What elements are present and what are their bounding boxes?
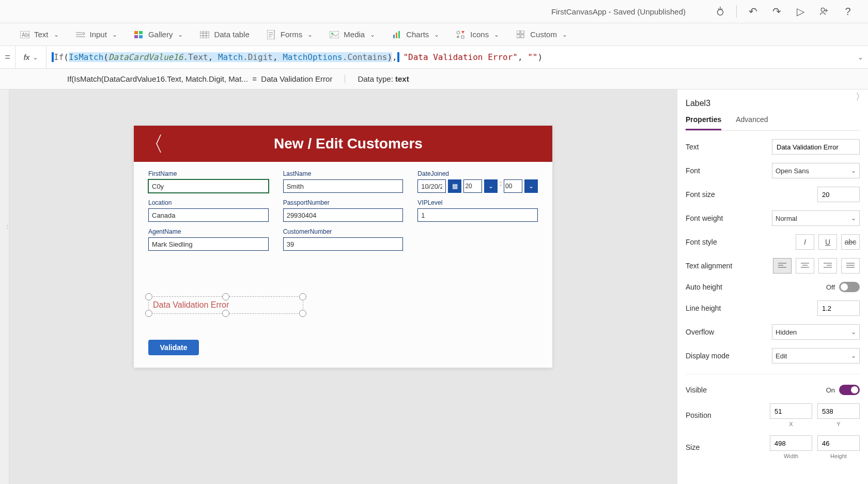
chevron-down-icon: ⌄	[851, 328, 856, 336]
help-icon[interactable]: ?	[838, 2, 858, 21]
app-title: FirstCanvasApp - Saved (Unpublished)	[551, 7, 686, 16]
validate-button[interactable]: Validate	[148, 340, 199, 355]
underline-icon[interactable]: U	[818, 234, 837, 250]
toggle-visible[interactable]	[839, 385, 860, 395]
ribbon-gallery[interactable]: Gallery⌄	[134, 29, 183, 40]
ribbon-charts[interactable]: Charts⌄	[392, 29, 439, 40]
play-icon[interactable]: ▷	[791, 2, 810, 21]
prop-select-overflow[interactable]: Hidden⌄	[772, 324, 860, 340]
align-left-icon[interactable]	[773, 258, 792, 274]
input-passport-number[interactable]	[283, 208, 404, 222]
ribbon-text[interactable]: AbcText⌄	[20, 29, 59, 40]
chevron-down-icon: ⌄	[33, 54, 38, 61]
chevron-down-icon: ⌄	[494, 31, 499, 38]
resize-handle[interactable]	[299, 293, 306, 300]
formula-fx-button[interactable]: fx⌄	[16, 46, 47, 68]
formula-data-type: text	[395, 74, 409, 83]
input-last-name[interactable]	[283, 179, 404, 193]
prop-select-display-mode[interactable]: Edit⌄	[772, 348, 860, 364]
formula-input[interactable]: If(IsMatch(DataCardValue16.Text, Match.D…	[47, 52, 853, 62]
field-last-name: LastName	[283, 170, 404, 193]
label-first-name: FirstName	[148, 170, 269, 177]
resize-handle[interactable]	[145, 293, 152, 300]
prop-input-font-size[interactable]	[817, 187, 860, 202]
prop-label-font-style: Font style	[686, 238, 717, 246]
svg-text:+: +	[457, 35, 459, 39]
resize-handle[interactable]	[145, 310, 152, 317]
icons-icon: +	[456, 29, 466, 40]
prop-select-font-weight[interactable]: Normal⌄	[772, 210, 860, 226]
label-agent-name: AgentName	[148, 228, 269, 235]
input-agent-name[interactable]	[148, 237, 269, 251]
strikethrough-icon[interactable]: abc	[841, 234, 860, 250]
input-date-joined[interactable]	[417, 179, 446, 193]
align-right-icon[interactable]	[818, 258, 837, 274]
app-checker-icon[interactable]	[710, 2, 730, 21]
svg-rect-32	[521, 35, 524, 38]
input-customer-number[interactable]	[283, 237, 404, 251]
resize-handle[interactable]	[299, 310, 306, 317]
svg-rect-9	[139, 31, 143, 34]
title-bar: FirstCanvasApp - Saved (Unpublished) ↶ ↷…	[0, 0, 868, 23]
prop-input-x[interactable]	[770, 403, 812, 419]
ribbon-forms[interactable]: Forms⌄	[266, 29, 313, 40]
toggle-auto-height[interactable]	[839, 282, 860, 292]
resize-handle[interactable]	[222, 293, 229, 300]
selected-label-control[interactable]: Data Validation Error	[148, 296, 303, 314]
formula-expand-icon[interactable]: ⌄	[853, 53, 868, 61]
error-label-text: Data Validation Error	[153, 300, 229, 310]
prop-label-display-mode: Display mode	[686, 352, 730, 360]
chevron-down-icon: ⌄	[851, 215, 856, 222]
hour-dropdown-icon[interactable]: ⌄	[484, 179, 498, 193]
prop-label-font: Font	[686, 167, 700, 175]
gallery-icon	[134, 29, 144, 40]
input-location[interactable]	[148, 208, 269, 222]
back-icon[interactable]: 〈	[143, 130, 164, 158]
chevron-down-icon: ⌄	[178, 31, 183, 38]
app-canvas[interactable]: 〈 New / Edit Customers FirstName LastNam…	[134, 126, 552, 368]
tab-advanced[interactable]: Advanced	[736, 115, 768, 130]
prop-label-overflow: Overflow	[686, 328, 714, 336]
main-area: ⋮⋮ 〈 New / Edit Customers FirstName Last…	[0, 89, 868, 484]
ribbon-data-table[interactable]: Data table	[199, 29, 249, 40]
prop-input-height[interactable]	[817, 435, 860, 451]
props-tabs: Properties Advanced	[686, 115, 860, 131]
svg-point-26	[457, 31, 460, 34]
prop-input-line-height[interactable]	[817, 300, 860, 316]
prop-input-y[interactable]	[817, 403, 860, 419]
label-customer-number: CustomerNumber	[283, 228, 404, 235]
left-panel-collapsed[interactable]: ⋮⋮	[0, 89, 9, 484]
redo-icon[interactable]: ↷	[767, 2, 786, 21]
formula-bar: = fx⌄ If(IsMatch(DataCardValue16.Text, M…	[0, 46, 868, 69]
chevron-down-icon: ⌄	[851, 167, 856, 174]
formula-result-bar: If(IsMatch(DataCardValue16.Text, Match.D…	[0, 69, 868, 89]
align-center-icon[interactable]	[796, 258, 814, 274]
italic-icon[interactable]: I	[796, 234, 814, 250]
resize-handle[interactable]	[222, 310, 229, 317]
svg-rect-25	[398, 31, 400, 38]
input-vip-level[interactable]	[417, 208, 538, 222]
tab-properties[interactable]: Properties	[686, 115, 721, 130]
minute-dropdown-icon[interactable]: ⌄	[524, 179, 538, 193]
prop-select-font[interactable]: Open Sans⌄	[772, 163, 860, 178]
input-minute[interactable]	[504, 179, 522, 193]
svg-text:Abc: Abc	[22, 32, 29, 38]
ribbon-input[interactable]: Input⌄	[75, 29, 117, 40]
svg-rect-11	[139, 35, 143, 38]
share-icon[interactable]	[814, 2, 834, 21]
prop-label-position: Position	[686, 411, 711, 419]
panel-scroll-right-icon[interactable]: 〉	[856, 90, 865, 103]
ribbon-custom[interactable]: Custom⌄	[516, 29, 567, 40]
undo-icon[interactable]: ↶	[743, 2, 763, 21]
ribbon-media[interactable]: Media⌄	[329, 29, 375, 40]
input-first-name[interactable]	[148, 179, 269, 193]
calendar-icon[interactable]: ▦	[448, 179, 461, 193]
prop-input-width[interactable]	[770, 435, 812, 451]
ribbon-toolbar: AbcText⌄ Input⌄ Gallery⌄ Data table Form…	[0, 23, 868, 46]
align-justify-icon[interactable]	[841, 258, 860, 274]
custom-icon	[516, 29, 526, 40]
prop-input-text[interactable]	[772, 139, 860, 155]
input-hour[interactable]	[463, 179, 482, 193]
ribbon-icons[interactable]: +Icons⌄	[456, 29, 499, 40]
field-passport-number: PassportNumber	[283, 199, 404, 222]
